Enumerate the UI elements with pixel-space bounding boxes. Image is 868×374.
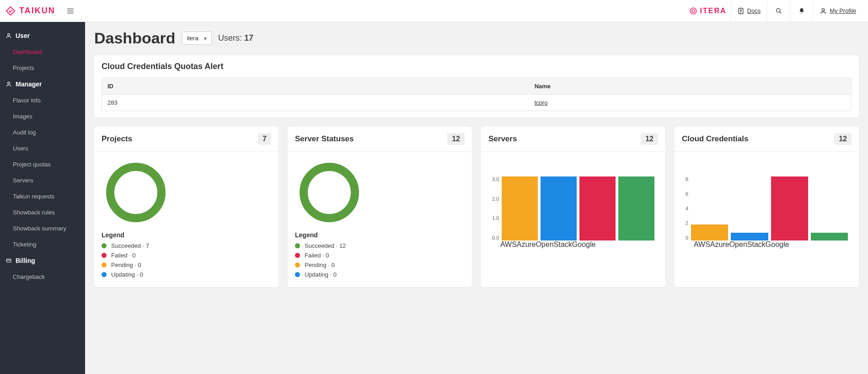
svg-point-5: [8, 33, 10, 36]
td-name: tcpro: [529, 95, 851, 111]
svg-point-3: [776, 8, 780, 12]
bar-aws: [502, 176, 538, 240]
table-row: 283 tcpro: [102, 94, 851, 111]
notifications-button[interactable]: [790, 0, 813, 22]
sidebar-item-servers[interactable]: Servers: [0, 172, 85, 188]
server-statuses-count: 12: [447, 133, 465, 145]
dot-icon: [102, 253, 107, 258]
org-icon: [689, 7, 697, 15]
dot-icon: [295, 262, 300, 267]
bar-openstack: [579, 176, 616, 240]
sidebar-item-audit-log[interactable]: Audit log: [0, 124, 85, 140]
quotas-alert-title: Cloud Credentials Quotas Alert: [102, 62, 852, 71]
legend-title: Legend: [295, 231, 465, 239]
svg-point-0: [690, 8, 697, 14]
bell-icon: [798, 7, 805, 15]
brand-icon: [5, 6, 16, 16]
cred-name-link[interactable]: tcpro: [535, 99, 548, 106]
cloud-creds-count: 12: [834, 133, 852, 145]
servers-title: Servers: [488, 134, 517, 144]
bar-openstack: [771, 176, 808, 240]
sidebar-item-dashboard[interactable]: Dashboard: [0, 44, 85, 60]
creds-yaxis: 8 6 4 2 0: [686, 176, 688, 240]
quotas-alert-card: Cloud Credentials Quotas Alert ID Name 2…: [94, 55, 859, 118]
svg-point-1: [692, 10, 695, 12]
brand-logo[interactable]: TAIKUN: [5, 6, 55, 16]
manager-icon: [5, 81, 12, 87]
docs-link[interactable]: Docs: [730, 0, 767, 22]
server-statuses-panel: Server Statuses 12 Legend Succeeded · 12…: [288, 127, 472, 287]
dot-icon: [102, 262, 107, 267]
chevron-down-icon: ▼: [203, 36, 208, 41]
sidebar-item-ticketing[interactable]: Ticketing: [0, 236, 85, 252]
servers-xaxis: AWS Azure OpenStack Google: [500, 240, 658, 249]
quotas-table: ID Name 283 tcpro: [102, 78, 852, 111]
menu-toggle-icon[interactable]: [66, 7, 75, 15]
user-icon: [5, 32, 12, 39]
profile-link[interactable]: My Profile: [813, 0, 863, 22]
server-statuses-donut: [300, 163, 359, 222]
projects-panel: Projects 7 Legend Succeeded · 7 Failed ·…: [94, 127, 279, 287]
sidebar-item-users[interactable]: Users: [0, 140, 85, 156]
sidebar-item-taikun-requests[interactable]: Taikun requests: [0, 188, 85, 204]
search-button[interactable]: [767, 0, 790, 22]
sidebar-item-images[interactable]: Images: [0, 108, 85, 124]
dot-icon: [295, 243, 300, 248]
legend-updating: Updating · 0: [102, 271, 271, 278]
cloud-creds-chart: 8 6 4 2 0: [682, 158, 852, 240]
servers-chart: 3.0 2.0 1.0 0.0: [488, 158, 658, 240]
creds-xaxis: AWS Azure OpenStack Google: [694, 240, 852, 249]
legend-title: Legend: [102, 231, 271, 239]
org-select[interactable]: itera ▼: [182, 32, 212, 45]
bar-google: [811, 233, 848, 241]
sidebar-section-manager: Manager: [0, 76, 85, 92]
main-content: Dashboard itera ▼ Users: 17 Cloud Creden…: [85, 22, 868, 374]
sidebar: User Dashboard Projects Manager Flavor i…: [0, 22, 85, 374]
legend-succeeded: Succeeded · 12: [295, 242, 465, 249]
svg-point-4: [822, 8, 825, 11]
users-count: Users: 17: [218, 33, 253, 43]
table-header: ID Name: [102, 78, 851, 94]
projects-donut: [106, 163, 166, 222]
sidebar-item-projects[interactable]: Projects: [0, 60, 85, 76]
dot-icon: [102, 243, 107, 248]
projects-count: 7: [258, 133, 271, 145]
page-header: Dashboard itera ▼ Users: 17: [94, 29, 859, 47]
topbar: TAIKUN ITERA Docs My Profile: [0, 0, 868, 22]
servers-panel: Servers 12 3.0 2.0 1.0 0.0 AWS: [481, 127, 665, 287]
legend-failed: Failed · 0: [102, 252, 271, 259]
page-title: Dashboard: [94, 29, 176, 47]
dot-icon: [295, 253, 300, 258]
servers-yaxis: 3.0 2.0 1.0 0.0: [492, 176, 499, 240]
sidebar-section-user: User: [0, 27, 85, 44]
dot-icon: [295, 272, 300, 277]
legend-failed: Failed · 0: [295, 252, 465, 259]
td-id: 283: [102, 95, 529, 111]
sidebar-item-flavor-info[interactable]: Flavor info: [0, 92, 85, 108]
servers-count: 12: [641, 133, 658, 145]
svg-point-6: [8, 82, 10, 84]
legend-pending: Pending · 0: [102, 262, 271, 268]
user-icon: [820, 7, 827, 15]
projects-title: Projects: [102, 134, 132, 144]
org-label: ITERA: [700, 7, 727, 15]
sidebar-item-showback-summary[interactable]: Showback summary: [0, 220, 85, 236]
billing-icon: [5, 257, 12, 264]
sidebar-item-project-quotas[interactable]: Project quotas: [0, 156, 85, 172]
svg-rect-7: [6, 259, 11, 262]
bar-google: [618, 176, 654, 240]
sidebar-item-chargeback[interactable]: Chargeback: [0, 269, 85, 285]
bar-azure: [731, 233, 768, 241]
bar-azure: [541, 176, 577, 240]
docs-icon: [737, 7, 745, 15]
sidebar-item-showback-rules[interactable]: Showback rules: [0, 204, 85, 220]
bar-aws: [691, 224, 728, 240]
dot-icon: [102, 272, 107, 277]
th-name: Name: [529, 78, 851, 94]
th-id: ID: [102, 78, 529, 94]
org-badge: ITERA: [689, 7, 727, 15]
brand-text: TAIKUN: [19, 6, 55, 16]
org-selected-value: itera: [187, 35, 198, 42]
legend-updating: Updating · 0: [295, 271, 465, 278]
legend-pending: Pending · 0: [295, 262, 465, 268]
